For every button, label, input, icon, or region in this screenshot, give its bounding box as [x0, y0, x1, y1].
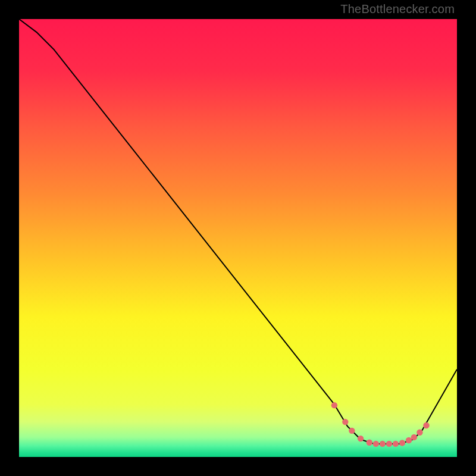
marker-dot: [373, 441, 379, 447]
marker-dot: [411, 434, 417, 440]
marker-dot: [416, 430, 422, 436]
marker-dot: [342, 419, 348, 425]
marker-dot: [380, 441, 386, 447]
marker-dot: [386, 441, 392, 447]
gradient-background: [19, 19, 457, 457]
marker-dot: [331, 402, 337, 408]
bottleneck-chart: [19, 19, 457, 457]
marker-dot: [393, 441, 399, 447]
marker-dot: [406, 437, 412, 443]
marker-dot: [423, 422, 429, 428]
chart-frame: [19, 19, 457, 457]
marker-dot: [349, 428, 355, 434]
marker-dot: [399, 440, 405, 446]
marker-dot: [358, 436, 364, 441]
marker-dot: [367, 440, 372, 446]
watermark-text: TheBottlenecker.com: [340, 2, 455, 16]
